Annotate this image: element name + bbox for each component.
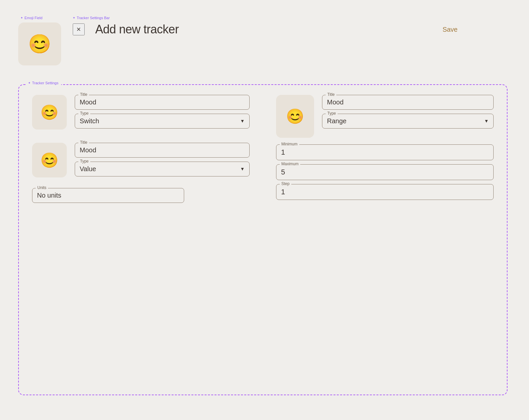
tracker-switch-title-value: Mood <box>80 98 245 106</box>
tracker-settings-bar-label: Tracker Settings Bar <box>73 16 110 20</box>
tracker-value-emoji-icon: 😊 <box>40 153 59 168</box>
emoji-field-icon: 😊 <box>28 35 51 53</box>
tracker-value-title-label: Title <box>78 140 89 145</box>
close-button[interactable]: × <box>73 23 85 35</box>
tracker-switch-type-value: Switch <box>80 117 99 125</box>
tracker-switch-type-field[interactable]: Type Switch ▼ <box>75 114 250 129</box>
tracker-value-type-label: Type <box>78 159 90 164</box>
right-type-value: Range <box>327 117 346 125</box>
tracker-switch-title-field[interactable]: Title Mood <box>75 95 250 110</box>
step-label: Step <box>280 181 291 186</box>
maximum-value: 5 <box>281 167 489 176</box>
emoji-field[interactable]: 😊 <box>18 22 61 65</box>
range-fields: Minimum 1 Maximum 5 Step 1 <box>276 144 494 200</box>
right-tracker-fields: Title Mood Type Range ▼ <box>322 95 494 129</box>
right-title-label: Title <box>326 92 336 97</box>
maximum-label: Maximum <box>280 162 300 166</box>
tracker-switch-emoji[interactable]: 😊 <box>32 95 67 130</box>
tracker-switch-emoji-icon: 😊 <box>40 105 59 120</box>
tracker-item-value: 😊 Title Mood Type Value ▼ <box>32 143 250 177</box>
left-column: 😊 Title Mood Type Switch ▼ <box>32 95 250 385</box>
right-tracker-emoji[interactable]: 😊 <box>276 95 314 138</box>
tracker-switch-type-label: Type <box>78 111 90 116</box>
right-title-field[interactable]: Title Mood <box>322 95 494 110</box>
right-tracker-header: 😊 Title Mood Type Range ▼ <box>276 95 494 138</box>
tracker-value-title-value: Mood <box>80 146 245 154</box>
tracker-value-title-field[interactable]: Title Mood <box>75 143 250 158</box>
minimum-field[interactable]: Minimum 1 <box>276 144 494 160</box>
tracker-item-switch: 😊 Title Mood Type Switch ▼ <box>32 95 250 130</box>
units-label: Units <box>36 185 48 190</box>
tracker-value-fields: Title Mood Type Value ▼ <box>75 143 250 176</box>
tracker-settings-section: Tracker Settings 😊 Title Mood Type Switc… <box>18 84 508 395</box>
tracker-value-emoji[interactable]: 😊 <box>32 143 67 177</box>
dropdown-arrow-value: ▼ <box>240 166 245 172</box>
units-value: No units <box>37 191 179 199</box>
page-title: Add new tracker <box>95 22 179 36</box>
right-title-value: Mood <box>327 98 489 106</box>
right-column: 😊 Title Mood Type Range ▼ M <box>276 95 494 385</box>
units-field[interactable]: Units No units <box>32 188 184 203</box>
units-section: Units No units <box>32 188 250 203</box>
right-tracker-emoji-icon: 😊 <box>286 109 304 124</box>
dropdown-arrow-range: ▼ <box>484 118 489 124</box>
step-value: 1 <box>281 187 489 196</box>
emoji-field-label: Emoji Field <box>20 16 42 20</box>
maximum-field[interactable]: Maximum 5 <box>276 164 494 180</box>
tracker-settings-section-label: Tracker Settings <box>25 81 61 85</box>
right-type-label: Type <box>326 111 338 116</box>
tracker-value-type-value: Value <box>80 165 96 173</box>
dropdown-arrow-switch: ▼ <box>240 118 245 124</box>
step-field[interactable]: Step 1 <box>276 184 494 200</box>
tracker-switch-title-label: Title <box>78 92 89 97</box>
save-button[interactable]: Save <box>437 23 463 36</box>
tracker-value-type-field[interactable]: Type Value ▼ <box>75 162 250 176</box>
tracker-switch-fields: Title Mood Type Switch ▼ <box>75 95 250 129</box>
tracker-settings-bar: × Add new tracker Save <box>73 22 463 36</box>
right-type-field[interactable]: Type Range ▼ <box>322 114 494 129</box>
minimum-label: Minimum <box>280 142 299 146</box>
minimum-value: 1 <box>281 147 489 157</box>
